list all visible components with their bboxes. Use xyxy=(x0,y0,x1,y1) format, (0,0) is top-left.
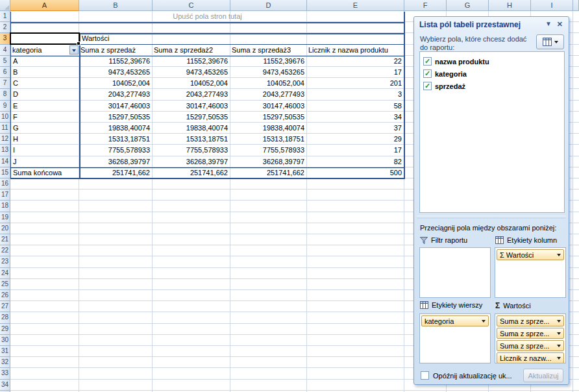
row-header-5[interactable]: 5 xyxy=(0,56,10,67)
pivot-value-cell[interactable]: 7755,578933 xyxy=(153,145,230,156)
pivot-column-header[interactable]: Licznik z nazwa produktu xyxy=(307,45,404,56)
column-header-i[interactable]: I xyxy=(531,0,573,11)
row-field-filter-dropdown-button[interactable] xyxy=(69,45,79,55)
row-header-11[interactable]: 11 xyxy=(0,123,10,134)
pivot-value-cell[interactable]: 11552,39676 xyxy=(153,56,230,67)
pivot-value-cell[interactable]: 7755,578933 xyxy=(79,145,153,156)
values-field-button[interactable]: Suma z sprze... xyxy=(497,315,564,326)
row-header-26[interactable]: 26 xyxy=(0,290,10,301)
pivot-row-label-cell[interactable]: G xyxy=(11,123,79,134)
values-field-button[interactable]: Suma z sprze... xyxy=(497,328,564,339)
pane-view-selector-button[interactable] xyxy=(536,34,564,49)
pivot-values-caption-cell[interactable]: Wartości xyxy=(80,33,404,44)
row-header-2[interactable]: 2 xyxy=(0,22,10,33)
defer-update-checkbox[interactable] xyxy=(421,371,429,380)
select-all-corner[interactable] xyxy=(0,0,10,11)
row-header-16[interactable]: 16 xyxy=(0,178,10,190)
row-header-30[interactable]: 30 xyxy=(0,335,10,346)
column-labels-field-button[interactable]: Σ Wartości xyxy=(497,249,564,260)
update-button[interactable]: Aktualizuj xyxy=(523,369,563,382)
pivot-value-cell[interactable]: 11552,39676 xyxy=(230,56,307,67)
pivot-value-cell[interactable]: 7755,578933 xyxy=(230,145,307,156)
row-header-9[interactable]: 9 xyxy=(0,101,10,112)
row-header-23[interactable]: 23 xyxy=(0,256,10,267)
pivot-column-header[interactable]: Suma z sprzedaż3 xyxy=(230,45,307,56)
pivot-column-header[interactable]: Suma z sprzedaż2 xyxy=(153,45,230,56)
pivot-count-cell[interactable]: 22 xyxy=(307,56,404,67)
pivot-row-label-cell[interactable]: J xyxy=(11,156,79,167)
pivot-value-cell[interactable]: 19838,40074 xyxy=(153,123,230,134)
values-field-button[interactable]: Licznik z nazw... xyxy=(497,352,564,363)
fill-handle[interactable] xyxy=(77,42,80,45)
row-header-21[interactable]: 21 xyxy=(0,234,10,245)
row-header-24[interactable]: 24 xyxy=(0,268,10,279)
pivot-row-label-cell[interactable]: H xyxy=(11,134,79,145)
pivot-value-cell[interactable]: 251741,662 xyxy=(153,167,230,178)
column-header-partial[interactable] xyxy=(573,0,579,11)
row-header-13[interactable]: 13 xyxy=(0,145,10,156)
row-header-4[interactable]: 4 xyxy=(0,45,10,56)
pivot-row-label-cell[interactable]: D xyxy=(11,89,79,100)
row-header-3[interactable]: 3 xyxy=(0,33,10,44)
column-header-a[interactable]: A xyxy=(10,0,79,11)
row-header-25[interactable]: 25 xyxy=(0,279,10,290)
pivot-count-cell[interactable]: 3 xyxy=(307,89,404,100)
field-list-item[interactable]: ✓kategoria xyxy=(423,67,564,80)
row-header-22[interactable]: 22 xyxy=(0,245,10,256)
pivot-value-cell[interactable]: 104052,004 xyxy=(230,78,307,89)
pivot-row-label-cell[interactable]: E xyxy=(11,101,79,112)
pivot-count-cell[interactable]: 58 xyxy=(307,101,404,112)
row-labels-field-button[interactable]: kategoria xyxy=(421,315,489,326)
pivot-value-cell[interactable]: 36268,39797 xyxy=(153,156,230,167)
pane-close-button[interactable]: ✕ xyxy=(557,21,563,27)
active-cell-a3[interactable] xyxy=(10,32,80,45)
field-checkbox[interactable]: ✓ xyxy=(423,57,432,66)
pivot-value-cell[interactable]: 36268,39797 xyxy=(230,156,307,167)
pivot-count-cell[interactable]: 37 xyxy=(307,123,404,134)
pivot-value-cell[interactable]: 2043,277493 xyxy=(230,89,307,100)
pivot-count-cell[interactable]: 34 xyxy=(307,112,404,123)
field-list-item[interactable]: ✓nazwa produktu xyxy=(423,55,564,67)
pivot-value-cell[interactable]: 15313,18751 xyxy=(230,134,307,145)
row-header-28[interactable]: 28 xyxy=(0,312,10,323)
pivot-value-cell[interactable]: 9473,453265 xyxy=(153,67,230,78)
row-header-29[interactable]: 29 xyxy=(0,324,10,335)
pivot-count-cell[interactable]: 17 xyxy=(307,145,404,156)
pivot-value-cell[interactable]: 15297,50535 xyxy=(230,112,307,123)
pivot-count-cell[interactable]: 29 xyxy=(307,134,404,145)
row-header-10[interactable]: 10 xyxy=(0,112,10,123)
pivot-row-label-cell[interactable]: B xyxy=(11,67,79,78)
row-header-18[interactable]: 18 xyxy=(0,201,10,212)
pivot-count-cell[interactable]: 17 xyxy=(307,67,404,78)
pivot-value-cell[interactable]: 2043,277493 xyxy=(153,89,230,100)
pivot-value-cell[interactable]: 251741,662 xyxy=(79,167,153,178)
pivot-column-header[interactable]: Suma z sprzedaż xyxy=(79,45,153,56)
column-header-f[interactable]: F xyxy=(404,0,447,11)
pivot-row-label-cell[interactable]: F xyxy=(11,112,79,123)
pane-menu-button[interactable]: ▼ xyxy=(545,21,552,27)
row-header-1[interactable]: 1 xyxy=(0,11,10,22)
row-header-7[interactable]: 7 xyxy=(0,78,10,89)
pivot-value-cell[interactable]: 9473,453265 xyxy=(230,67,307,78)
column-header-d[interactable]: D xyxy=(230,0,307,11)
row-header-27[interactable]: 27 xyxy=(0,301,10,312)
column-header-h[interactable]: H xyxy=(489,0,531,11)
pivot-value-cell[interactable]: 30147,46003 xyxy=(153,101,230,112)
pivot-count-cell[interactable]: 82 xyxy=(307,156,404,167)
row-header-17[interactable]: 17 xyxy=(0,190,10,201)
row-header-33[interactable]: 33 xyxy=(0,368,10,379)
column-header-g[interactable]: G xyxy=(447,0,489,11)
pivot-value-cell[interactable]: 19838,40074 xyxy=(79,123,153,134)
pivot-row-label-cell[interactable]: Suma końcowa xyxy=(11,167,79,178)
row-header-20[interactable]: 20 xyxy=(0,223,10,234)
column-header-b[interactable]: B xyxy=(79,0,153,11)
row-header-14[interactable]: 14 xyxy=(0,156,10,167)
page-field-drop-zone[interactable]: Upuść pola stron tutaj xyxy=(10,11,404,22)
values-drop-area[interactable]: Suma z sprze...Suma z sprze...Suma z spr… xyxy=(495,313,566,363)
row-header-34[interactable]: 34 xyxy=(0,380,10,391)
pivot-value-cell[interactable]: 15313,18751 xyxy=(79,134,153,145)
field-checkbox[interactable]: ✓ xyxy=(423,82,432,90)
row-header-31[interactable]: 31 xyxy=(0,346,10,357)
field-checkbox[interactable]: ✓ xyxy=(423,69,432,78)
pivot-row-label-cell[interactable]: I xyxy=(11,145,79,156)
